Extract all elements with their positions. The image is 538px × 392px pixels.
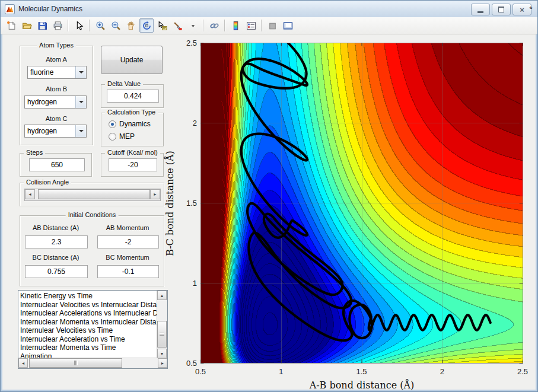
print-figure-icon[interactable]	[50, 18, 65, 33]
list-item[interactable]: Internuclear Accelerations vs Internucle…	[19, 309, 157, 318]
ab-distance-field[interactable]: 2.3	[25, 235, 88, 248]
atom-b-label: Atom B	[20, 85, 93, 93]
scroll-down-arrow[interactable]: ▼	[157, 349, 167, 358]
ab-distance-label: AB Distance (A)	[20, 224, 91, 231]
title-bar[interactable]: Molecular Dynamics ×	[1, 1, 537, 18]
mep-radio[interactable]: MEP	[109, 132, 135, 141]
atom-c-value: hydrogen	[25, 127, 75, 135]
list-item[interactable]: Internuclear Momenta vs Internuclear Dis…	[19, 318, 157, 327]
insert-legend-icon[interactable]	[244, 18, 258, 33]
steps-panel: Steps 650	[20, 153, 92, 177]
slider-thumb[interactable]	[38, 189, 150, 199]
atom-c-dropdown[interactable]: hydrogen	[24, 125, 87, 138]
delta-value-panel: Delta Value 0.424	[101, 84, 164, 108]
atom-b-dropdown[interactable]: hydrogen	[24, 95, 87, 109]
chevron-down-icon	[79, 101, 84, 103]
list-item[interactable]: Internuclear Momenta vs Time	[19, 343, 157, 352]
delta-value-field[interactable]: 0.424	[107, 90, 159, 103]
y-tick-label: 1.5	[178, 199, 197, 208]
listbox-horizontal-scrollbar[interactable]: ◄ ►	[18, 358, 167, 368]
steps-title: Steps	[24, 149, 45, 156]
atom-c-dropdown-button[interactable]	[75, 125, 86, 137]
ab-momentum-field[interactable]: -2	[97, 235, 159, 248]
minimize-icon	[477, 11, 483, 13]
vscroll-thumb[interactable]	[157, 321, 167, 348]
minimize-button[interactable]	[471, 4, 490, 15]
open-file-icon[interactable]	[20, 18, 34, 33]
atom-a-value: fluorine	[28, 68, 75, 77]
bc-momentum-field[interactable]: -0.1	[97, 265, 159, 278]
scroll-up-arrow[interactable]: ▲	[157, 291, 167, 300]
scroll-right-arrow[interactable]: ►	[158, 358, 167, 368]
collision-angle-title: Collision Angle	[24, 179, 71, 186]
delta-value-title: Delta Value	[105, 80, 143, 87]
atom-types-panel: Atom Types Atom A fluorine Atom B hydrog…	[20, 46, 93, 145]
atom-a-dropdown-button[interactable]	[75, 66, 86, 78]
window-title: Molecular Dynamics	[18, 5, 82, 13]
insert-colorbar-icon[interactable]	[228, 18, 243, 33]
list-item[interactable]: Internulear Velocities vs Time	[19, 326, 157, 335]
zoom-out-icon[interactable]	[109, 18, 123, 33]
new-figure-icon[interactable]	[4, 18, 18, 33]
atom-b-dropdown-button[interactable]	[75, 96, 86, 108]
cutoff-panel: Cutoff (Kcal/ mol) -20	[101, 153, 164, 177]
x-tick-label: 2.5	[517, 367, 528, 376]
show-plot-tools-icon[interactable]	[281, 18, 295, 33]
window-controls: ×	[471, 4, 531, 15]
x-tick-label: 2	[440, 367, 444, 376]
initial-conditions-panel: Initial Conditions AB Distance (A) AB Mo…	[20, 215, 164, 286]
matlab-icon	[5, 4, 15, 14]
radio-selected-icon	[109, 120, 116, 128]
data-cursor-icon[interactable]	[155, 18, 169, 33]
list-item[interactable]: Kinetic Energy vs Time	[19, 292, 157, 301]
list-item[interactable]: Internuclear Acceleration vs Time	[19, 335, 157, 344]
steps-field[interactable]: 650	[29, 158, 85, 171]
brush-icon[interactable]	[170, 18, 184, 33]
close-icon: ×	[520, 6, 524, 14]
toolbar-separator	[203, 20, 204, 31]
toolbar-separator	[261, 20, 262, 31]
bc-distance-field[interactable]: 0.755	[25, 265, 88, 278]
bc-momentum-label: BC Momentum	[93, 254, 163, 261]
toolbar-separator	[224, 20, 225, 31]
dynamics-radio-label: Dynamics	[119, 120, 151, 128]
restore-button[interactable]	[492, 4, 511, 15]
plot-type-list: Kinetic Energy vs TimeInternuclear Veloc…	[19, 292, 157, 358]
x-tick-label: 1.5	[356, 367, 367, 376]
y-axis-label: B-C bond distance (Å)	[164, 151, 176, 256]
dynamics-radio[interactable]: Dynamics	[109, 120, 151, 128]
y-tick-label: 1	[178, 279, 197, 288]
toolbar-separator	[68, 20, 69, 31]
rotate-3d-icon[interactable]	[139, 18, 154, 33]
list-item[interactable]: Internuclear Velocities vs Internuclear …	[19, 301, 157, 310]
plot-type-listbox[interactable]: Kinetic Energy vs TimeInternuclear Veloc…	[18, 290, 168, 369]
hscroll-thumb[interactable]	[29, 358, 122, 368]
collision-angle-slider[interactable]: ◄ ►	[24, 189, 161, 201]
calculation-type-panel: Calculation Type Dynamics MEP	[101, 113, 164, 146]
cutoff-field[interactable]: -20	[109, 158, 157, 171]
matlab-figure-window: Molecular Dynamics × » Atom Types Atom A…	[0, 0, 538, 392]
slider-right-arrow[interactable]: ►	[150, 189, 160, 199]
brush-caret-icon[interactable]	[186, 18, 200, 33]
radio-unselected-icon	[109, 133, 116, 141]
listbox-vertical-scrollbar[interactable]: ▲ ▼	[157, 291, 167, 358]
initial-conditions-title: Initial Conditions	[66, 211, 119, 218]
y-tick-label: 0.5	[178, 359, 197, 368]
contour-trajectory-canvas[interactable]	[200, 43, 523, 364]
pointer-icon[interactable]	[72, 18, 86, 33]
save-figure-icon[interactable]	[35, 18, 49, 33]
slider-left-arrow[interactable]: ◄	[25, 189, 35, 199]
hide-plot-tools-icon[interactable]	[265, 18, 279, 33]
atom-a-dropdown[interactable]: fluorine	[27, 66, 87, 79]
pan-hand-icon[interactable]	[124, 18, 138, 33]
update-button[interactable]: Update	[101, 46, 163, 74]
bc-distance-label: BC Distance (A)	[20, 254, 91, 261]
link-plots-icon[interactable]	[207, 18, 221, 33]
scroll-left-arrow[interactable]: ◄	[18, 358, 28, 368]
chevron-down-icon	[79, 71, 84, 74]
list-item[interactable]: Animation	[19, 352, 157, 358]
collision-angle-panel: Collision Angle ◄ ►	[20, 183, 164, 206]
zoom-in-icon[interactable]	[93, 18, 107, 33]
restore-icon	[498, 7, 504, 12]
cutoff-title: Cutoff (Kcal/ mol)	[105, 149, 160, 156]
